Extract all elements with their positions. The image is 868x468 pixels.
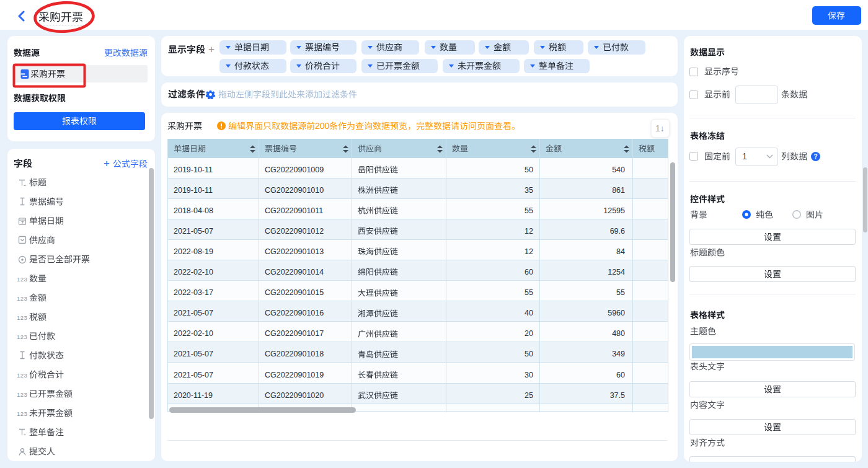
svg-text:?: ? <box>813 153 817 160</box>
